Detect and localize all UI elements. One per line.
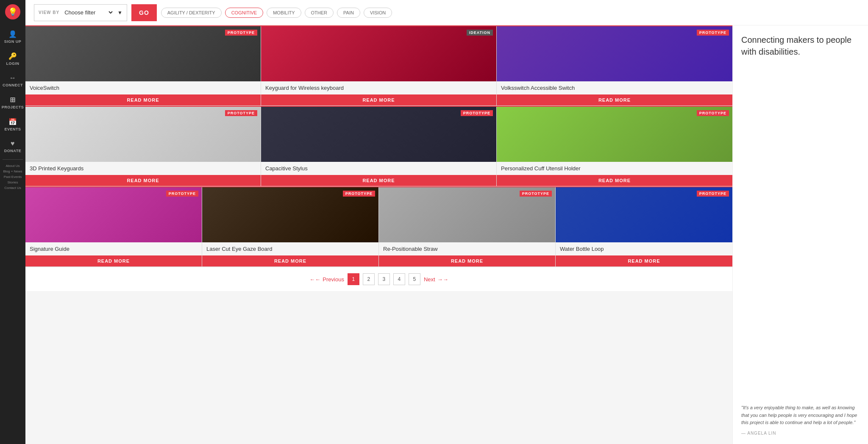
- signup-icon: 👤: [8, 30, 17, 38]
- read-more-keyguards3d[interactable]: READ MORE: [25, 175, 261, 186]
- sidebar-item-signup[interactable]: 👤 SIGN UP: [0, 26, 25, 48]
- projects-row-3: PROTOTYPE Signature Guide READ MORE PROT…: [25, 186, 732, 267]
- project-image-keyguard: IDEATION: [261, 26, 496, 81]
- next-button[interactable]: Next →: [424, 276, 448, 283]
- project-title-keyguards3d: 3D Printed Keyguards: [25, 162, 261, 175]
- sidebar-item-projects[interactable]: ⊞ PROJECTS: [0, 92, 25, 114]
- read-more-signature[interactable]: READ MORE: [25, 255, 202, 266]
- sidebar-divider: [3, 159, 23, 160]
- pagination: ← Previous 1 2 3 4 5 Next →: [25, 267, 732, 291]
- login-icon: 🔑: [8, 52, 17, 60]
- previous-arrow-icon: ←: [309, 276, 320, 283]
- badge-signature: PROTOTYPE: [166, 191, 198, 197]
- badge-volksswitch: PROTOTYPE: [697, 30, 729, 36]
- connect-label: CONNECT: [3, 83, 23, 87]
- info-quote: "It's a very enjoyable thing to make, as…: [741, 404, 860, 427]
- badge-stylus: PROTOTYPE: [461, 110, 493, 116]
- previous-label: Previous: [323, 276, 344, 283]
- filter-tag-cognitive[interactable]: COGNITIVE: [225, 8, 264, 18]
- project-image-cuff: PROTOTYPE: [497, 107, 732, 162]
- sidebar-item-events[interactable]: 📅 EVENTS: [0, 114, 25, 136]
- signup-label: SIGN UP: [4, 39, 22, 44]
- main-area: VIEW BY Choose filter Agility / Dexterit…: [25, 0, 868, 444]
- project-signature: PROTOTYPE Signature Guide READ MORE: [25, 187, 202, 267]
- page-3[interactable]: 3: [378, 273, 390, 285]
- connect-icon: ↔: [9, 74, 17, 82]
- project-keyguards3d: PROTOTYPE 3D Printed Keyguards READ MORE: [25, 107, 261, 186]
- read-more-water[interactable]: READ MORE: [556, 255, 732, 266]
- project-title-signature: Signature Guide: [25, 242, 202, 255]
- sidebar: 💡 👤 SIGN UP 🔑 LOGIN ↔ CONNECT ⊞ PROJECTS…: [0, 0, 25, 444]
- previous-button[interactable]: ← Previous: [309, 276, 344, 283]
- project-title-cuff: Personalized Cuff Utensil Holder: [497, 162, 732, 175]
- page-2[interactable]: 2: [363, 273, 375, 285]
- read-more-stylus[interactable]: READ MORE: [261, 175, 496, 186]
- about-us-link[interactable]: About Us: [6, 164, 20, 168]
- events-label: EVENTS: [4, 127, 21, 131]
- badge-cuff: PROTOTYPE: [697, 110, 729, 116]
- next-label: Next: [424, 276, 435, 283]
- filter-arrow-icon: ▼: [117, 10, 122, 16]
- filter-select[interactable]: Choose filter Agility / Dexterity Cognit…: [63, 9, 114, 16]
- project-title-eyegaze: Laser Cut Eye Gaze Board: [202, 242, 378, 255]
- badge-eyegaze: PROTOTYPE: [343, 191, 375, 197]
- sidebar-small-links: About Us Blog + News Past Events Stories…: [1, 162, 24, 192]
- read-more-voiceswitch[interactable]: READ MORE: [25, 94, 261, 105]
- filter-tags: AGILITY / DEXTERITY COGNITIVE MOBILITY O…: [161, 8, 392, 18]
- project-image-stylus: PROTOTYPE: [261, 107, 496, 162]
- filter-tag-mobility[interactable]: MOBILITY: [267, 8, 301, 18]
- project-title-volksswitch: Volksswitch Accessible Switch: [497, 81, 732, 94]
- project-image-voiceswitch: PROTOTYPE: [25, 26, 261, 81]
- project-image-volksswitch: PROTOTYPE: [497, 26, 732, 81]
- badge-voiceswitch: PROTOTYPE: [225, 30, 257, 36]
- project-keyguard: IDEATION Keyguard for Wireless keyboard …: [261, 26, 497, 106]
- filter-label: VIEW BY: [39, 10, 59, 15]
- info-tagline: Connecting makers to people with disabil…: [741, 34, 860, 58]
- badge-keyguards3d: PROTOTYPE: [225, 110, 257, 116]
- projects-row-1: PROTOTYPE VoiceSwitch READ MORE IDEATION…: [25, 25, 732, 106]
- project-title-straw: Re-Positionable Straw: [379, 242, 555, 255]
- blog-news-link[interactable]: Blog + News: [3, 169, 22, 173]
- page-1[interactable]: 1: [348, 273, 359, 285]
- login-label: LOGIN: [6, 61, 19, 66]
- past-events-link[interactable]: Past Events: [4, 175, 22, 179]
- content-area: PROTOTYPE VoiceSwitch READ MORE IDEATION…: [25, 25, 868, 444]
- sidebar-item-login[interactable]: 🔑 LOGIN: [0, 48, 25, 70]
- project-volksswitch: PROTOTYPE Volksswitch Accessible Switch …: [497, 26, 732, 106]
- go-button[interactable]: GO: [131, 4, 157, 21]
- read-more-cuff[interactable]: READ MORE: [497, 175, 732, 186]
- badge-keyguard: IDEATION: [467, 30, 493, 36]
- sidebar-item-donate[interactable]: ♥ DONATE: [0, 136, 25, 157]
- project-water: PROTOTYPE Water Bottle Loop READ MORE: [556, 187, 732, 267]
- projects-row-2: PROTOTYPE 3D Printed Keyguards READ MORE…: [25, 106, 732, 186]
- donate-icon: ♥: [11, 140, 15, 147]
- filter-box[interactable]: VIEW BY Choose filter Agility / Dexterit…: [34, 4, 127, 21]
- project-cuff: PROTOTYPE Personalized Cuff Utensil Hold…: [497, 107, 732, 186]
- filter-tag-pain[interactable]: PAIN: [337, 8, 360, 18]
- events-icon: 📅: [8, 118, 17, 126]
- next-arrow-icon: →: [437, 276, 448, 283]
- projects-icon: ⊞: [10, 96, 16, 104]
- read-more-volksswitch[interactable]: READ MORE: [497, 94, 732, 105]
- page-4[interactable]: 4: [393, 273, 405, 285]
- project-title-keyguard: Keyguard for Wireless keyboard: [261, 81, 496, 94]
- badge-straw: PROTOTYPE: [520, 191, 552, 197]
- project-title-voiceswitch: VoiceSwitch: [25, 81, 261, 94]
- filter-tag-agility[interactable]: AGILITY / DEXTERITY: [161, 8, 222, 18]
- read-more-straw[interactable]: READ MORE: [379, 255, 555, 266]
- read-more-keyguard[interactable]: READ MORE: [261, 94, 496, 105]
- stories-link[interactable]: Stories: [8, 180, 18, 184]
- page-5[interactable]: 5: [409, 273, 420, 285]
- read-more-eyegaze[interactable]: READ MORE: [202, 255, 378, 266]
- filter-tag-other[interactable]: OTHER: [305, 8, 334, 18]
- logo[interactable]: 💡: [5, 4, 20, 19]
- project-image-keyguards3d: PROTOTYPE: [25, 107, 261, 162]
- projects-label: PROJECTS: [2, 105, 24, 109]
- sidebar-item-connect[interactable]: ↔ CONNECT: [0, 70, 25, 92]
- filter-tag-vision[interactable]: VISION: [364, 8, 392, 18]
- project-straw: PROTOTYPE Re-Positionable Straw READ MOR…: [379, 187, 556, 267]
- contact-us-link[interactable]: Contact Us: [4, 186, 21, 190]
- project-image-water: PROTOTYPE: [556, 187, 732, 242]
- project-image-signature: PROTOTYPE: [25, 187, 202, 242]
- project-image-straw: PROTOTYPE: [379, 187, 555, 242]
